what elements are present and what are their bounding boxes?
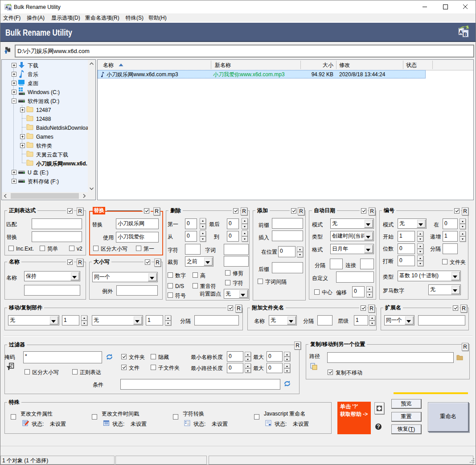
svg-text:A: A (5, 5, 8, 9)
svg-text:A: A (459, 29, 463, 35)
svg-text:B: B (464, 32, 467, 37)
svg-text:B: B (8, 7, 11, 11)
